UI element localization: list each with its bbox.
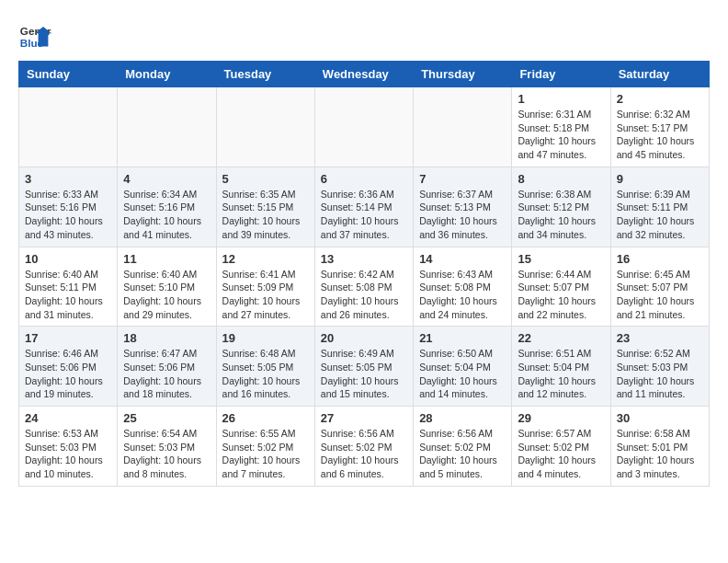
calendar-cell: 26Sunrise: 6:55 AM Sunset: 5:02 PM Dayli… (216, 407, 314, 487)
calendar-cell: 29Sunrise: 6:57 AM Sunset: 5:02 PM Dayli… (512, 407, 610, 487)
day-info: Sunrise: 6:37 AM Sunset: 5:13 PM Dayligh… (419, 188, 506, 242)
calendar-cell: 7Sunrise: 6:37 AM Sunset: 5:13 PM Daylig… (414, 167, 512, 247)
calendar-cell: 24Sunrise: 6:53 AM Sunset: 5:03 PM Dayli… (19, 407, 118, 487)
day-number: 23 (617, 331, 703, 345)
weekday-header-friday: Friday (512, 62, 610, 87)
calendar-cell: 28Sunrise: 6:56 AM Sunset: 5:02 PM Dayli… (414, 407, 512, 487)
day-number: 1 (518, 92, 604, 106)
calendar-cell: 20Sunrise: 6:49 AM Sunset: 5:05 PM Dayli… (314, 327, 413, 407)
week-row-3: 10Sunrise: 6:40 AM Sunset: 5:11 PM Dayli… (19, 247, 710, 327)
day-info: Sunrise: 6:50 AM Sunset: 5:04 PM Dayligh… (419, 347, 506, 401)
calendar-cell: 17Sunrise: 6:46 AM Sunset: 5:06 PM Dayli… (19, 327, 118, 407)
weekday-header-tuesday: Tuesday (216, 62, 314, 87)
calendar-cell: 15Sunrise: 6:44 AM Sunset: 5:07 PM Dayli… (512, 247, 610, 327)
day-number: 25 (123, 411, 210, 425)
calendar-cell: 2Sunrise: 6:32 AM Sunset: 5:17 PM Daylig… (610, 87, 709, 167)
weekday-header-thursday: Thursday (414, 62, 512, 87)
calendar-cell: 4Sunrise: 6:34 AM Sunset: 5:16 PM Daylig… (118, 167, 216, 247)
day-info: Sunrise: 6:32 AM Sunset: 5:17 PM Dayligh… (617, 108, 703, 162)
day-info: Sunrise: 6:41 AM Sunset: 5:09 PM Dayligh… (222, 268, 309, 322)
day-info: Sunrise: 6:38 AM Sunset: 5:12 PM Dayligh… (518, 188, 604, 242)
page-header: General Blue (18, 18, 710, 52)
day-info: Sunrise: 6:43 AM Sunset: 5:08 PM Dayligh… (419, 268, 506, 322)
day-number: 28 (419, 411, 506, 425)
day-info: Sunrise: 6:54 AM Sunset: 5:03 PM Dayligh… (123, 427, 210, 481)
day-number: 11 (123, 252, 210, 266)
day-info: Sunrise: 6:57 AM Sunset: 5:02 PM Dayligh… (518, 427, 604, 481)
day-info: Sunrise: 6:34 AM Sunset: 5:16 PM Dayligh… (123, 188, 210, 242)
logo: General Blue (18, 18, 51, 52)
day-number: 3 (25, 172, 111, 186)
logo-icon: General Blue (18, 18, 51, 52)
day-number: 7 (419, 172, 506, 186)
calendar-cell: 12Sunrise: 6:41 AM Sunset: 5:09 PM Dayli… (216, 247, 314, 327)
day-info: Sunrise: 6:52 AM Sunset: 5:03 PM Dayligh… (617, 347, 703, 401)
day-number: 24 (25, 411, 111, 425)
day-number: 16 (617, 252, 703, 266)
day-number: 27 (321, 411, 407, 425)
weekday-header-monday: Monday (118, 62, 216, 87)
week-row-2: 3Sunrise: 6:33 AM Sunset: 5:16 PM Daylig… (19, 167, 710, 247)
calendar-cell: 22Sunrise: 6:51 AM Sunset: 5:04 PM Dayli… (512, 327, 610, 407)
day-number: 6 (321, 172, 407, 186)
calendar-cell: 30Sunrise: 6:58 AM Sunset: 5:01 PM Dayli… (610, 407, 709, 487)
calendar-cell: 19Sunrise: 6:48 AM Sunset: 5:05 PM Dayli… (216, 327, 314, 407)
calendar-cell (19, 87, 118, 167)
day-info: Sunrise: 6:39 AM Sunset: 5:11 PM Dayligh… (617, 188, 703, 242)
calendar-cell: 27Sunrise: 6:56 AM Sunset: 5:02 PM Dayli… (314, 407, 413, 487)
day-info: Sunrise: 6:51 AM Sunset: 5:04 PM Dayligh… (518, 347, 604, 401)
calendar-cell: 18Sunrise: 6:47 AM Sunset: 5:06 PM Dayli… (118, 327, 216, 407)
day-number: 2 (617, 92, 703, 106)
day-number: 15 (518, 252, 604, 266)
day-info: Sunrise: 6:55 AM Sunset: 5:02 PM Dayligh… (222, 427, 309, 481)
week-row-4: 17Sunrise: 6:46 AM Sunset: 5:06 PM Dayli… (19, 327, 710, 407)
day-info: Sunrise: 6:56 AM Sunset: 5:02 PM Dayligh… (321, 427, 407, 481)
weekday-header-saturday: Saturday (610, 62, 709, 87)
day-info: Sunrise: 6:40 AM Sunset: 5:10 PM Dayligh… (123, 268, 210, 322)
calendar-cell: 14Sunrise: 6:43 AM Sunset: 5:08 PM Dayli… (414, 247, 512, 327)
day-info: Sunrise: 6:56 AM Sunset: 5:02 PM Dayligh… (419, 427, 506, 481)
day-info: Sunrise: 6:42 AM Sunset: 5:08 PM Dayligh… (321, 268, 407, 322)
calendar-cell (118, 87, 216, 167)
day-info: Sunrise: 6:33 AM Sunset: 5:16 PM Dayligh… (25, 188, 111, 242)
calendar-cell (414, 87, 512, 167)
week-row-1: 1Sunrise: 6:31 AM Sunset: 5:18 PM Daylig… (19, 87, 710, 167)
day-number: 20 (321, 331, 407, 345)
day-info: Sunrise: 6:53 AM Sunset: 5:03 PM Dayligh… (25, 427, 111, 481)
day-number: 13 (321, 252, 407, 266)
day-info: Sunrise: 6:36 AM Sunset: 5:14 PM Dayligh… (321, 188, 407, 242)
day-number: 17 (25, 331, 111, 345)
day-number: 21 (419, 331, 506, 345)
day-info: Sunrise: 6:46 AM Sunset: 5:06 PM Dayligh… (25, 347, 111, 401)
day-info: Sunrise: 6:47 AM Sunset: 5:06 PM Dayligh… (123, 347, 210, 401)
day-info: Sunrise: 6:44 AM Sunset: 5:07 PM Dayligh… (518, 268, 604, 322)
day-info: Sunrise: 6:40 AM Sunset: 5:11 PM Dayligh… (25, 268, 111, 322)
day-number: 14 (419, 252, 506, 266)
day-number: 10 (25, 252, 111, 266)
day-number: 18 (123, 331, 210, 345)
calendar-cell: 23Sunrise: 6:52 AM Sunset: 5:03 PM Dayli… (610, 327, 709, 407)
day-info: Sunrise: 6:49 AM Sunset: 5:05 PM Dayligh… (321, 347, 407, 401)
day-number: 19 (222, 331, 309, 345)
day-number: 9 (617, 172, 703, 186)
calendar-cell: 8Sunrise: 6:38 AM Sunset: 5:12 PM Daylig… (512, 167, 610, 247)
week-row-5: 24Sunrise: 6:53 AM Sunset: 5:03 PM Dayli… (19, 407, 710, 487)
day-number: 26 (222, 411, 309, 425)
day-number: 29 (518, 411, 604, 425)
calendar-cell: 6Sunrise: 6:36 AM Sunset: 5:14 PM Daylig… (314, 167, 413, 247)
calendar-cell: 9Sunrise: 6:39 AM Sunset: 5:11 PM Daylig… (610, 167, 709, 247)
calendar-cell: 25Sunrise: 6:54 AM Sunset: 5:03 PM Dayli… (118, 407, 216, 487)
day-number: 8 (518, 172, 604, 186)
weekday-header-wednesday: Wednesday (314, 62, 413, 87)
day-number: 5 (222, 172, 309, 186)
calendar-cell: 1Sunrise: 6:31 AM Sunset: 5:18 PM Daylig… (512, 87, 610, 167)
calendar-cell: 13Sunrise: 6:42 AM Sunset: 5:08 PM Dayli… (314, 247, 413, 327)
day-number: 22 (518, 331, 604, 345)
calendar-cell: 21Sunrise: 6:50 AM Sunset: 5:04 PM Dayli… (414, 327, 512, 407)
weekday-header-sunday: Sunday (19, 62, 118, 87)
day-number: 12 (222, 252, 309, 266)
calendar-cell: 16Sunrise: 6:45 AM Sunset: 5:07 PM Dayli… (610, 247, 709, 327)
day-info: Sunrise: 6:31 AM Sunset: 5:18 PM Dayligh… (518, 108, 604, 162)
calendar-cell: 11Sunrise: 6:40 AM Sunset: 5:10 PM Dayli… (118, 247, 216, 327)
calendar-cell (216, 87, 314, 167)
